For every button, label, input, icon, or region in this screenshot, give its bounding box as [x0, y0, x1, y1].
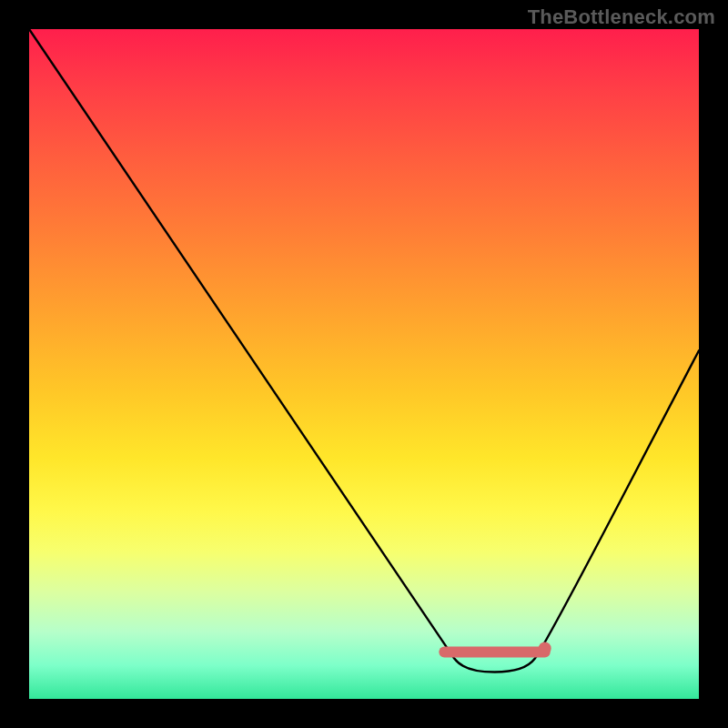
- plot-area: [29, 29, 699, 699]
- curve-line: [29, 29, 699, 672]
- chart-svg: [29, 29, 699, 699]
- chart-frame: TheBottleneck.com: [0, 0, 728, 728]
- valley-dot: [539, 642, 551, 654]
- watermark-text: TheBottleneck.com: [528, 5, 715, 29]
